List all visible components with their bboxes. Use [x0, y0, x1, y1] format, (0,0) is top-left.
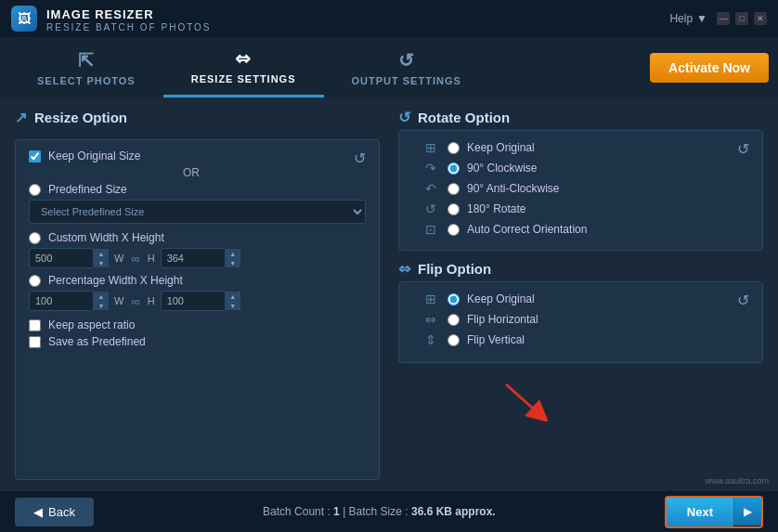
select-photos-icon: ⇱	[78, 49, 95, 71]
custom-w-up[interactable]: ▲	[94, 249, 109, 258]
rotate-180-icon: ↺	[421, 201, 440, 216]
keep-original-checkbox[interactable]	[29, 150, 41, 162]
rotate-keep-label: Keep Original	[467, 141, 535, 154]
custom-wh-radio[interactable]	[29, 232, 41, 244]
resize-settings-icon: ⇔	[235, 47, 252, 70]
back-button[interactable]: ◀ Back	[15, 498, 94, 526]
next-button[interactable]: Next	[667, 498, 733, 526]
percentage-wh-row: Percentage Width X Height	[29, 274, 366, 287]
custom-w-input-group: ▲ ▼	[29, 248, 109, 268]
keep-original-row: Keep Original Size	[29, 149, 354, 162]
pct-h-input-group: ▲ ▼	[161, 291, 240, 311]
title-bar-left: 🖼 IMAGE RESIZER RESIZE BATCH OF PHOTOS	[11, 6, 212, 32]
percentage-wh-label: Percentage Width X Height	[48, 274, 183, 287]
predefined-size-label: Predefined Size	[48, 183, 127, 196]
pct-h-label: H	[148, 295, 155, 306]
flip-keep-row: ⊞ Keep Original	[412, 292, 737, 306]
title-bar: 🖼 IMAGE RESIZER RESIZE BATCH OF PHOTOS H…	[0, 0, 778, 37]
app-subtitle: RESIZE BATCH OF PHOTOS	[46, 22, 212, 32]
rotate-keep-original-row: ⊞ Keep Original	[412, 140, 737, 155]
predefined-size-row: Predefined Size	[29, 183, 366, 196]
save-predefined-checkbox[interactable]	[29, 336, 41, 348]
activate-now-button[interactable]: Activate Now	[650, 53, 769, 83]
custom-w-spin: ▲ ▼	[94, 249, 109, 267]
rotate-keep-icon: ⊞	[421, 140, 440, 155]
batch-count-value: 1	[333, 505, 340, 518]
flip-option-header: ⇔ Flip Option	[398, 260, 763, 278]
close-button[interactable]: ✕	[754, 12, 767, 25]
pct-h-down[interactable]: ▼	[226, 301, 240, 310]
pct-link-icon: ∞	[131, 294, 139, 308]
predefined-size-radio[interactable]	[29, 184, 41, 196]
keep-aspect-checkbox[interactable]	[29, 319, 41, 331]
flip-horizontal-radio[interactable]	[447, 314, 460, 326]
batch-size-label: | Batch Size :	[343, 505, 408, 518]
window-controls: — □ ✕	[717, 12, 767, 25]
rotate-180-label: 180° Rotate	[467, 202, 526, 215]
keep-aspect-row: Keep aspect ratio	[29, 318, 366, 331]
flip-reset-button[interactable]: ↺	[737, 292, 749, 309]
rotate-90cw-radio[interactable]	[447, 162, 460, 175]
batch-info: Batch Count : 1 | Batch Size : 36.6 KB a…	[263, 505, 496, 518]
rotate-auto-radio[interactable]	[447, 224, 460, 236]
pct-h-spin: ▲ ▼	[226, 292, 240, 310]
keep-original-label: Keep Original Size	[48, 149, 140, 162]
select-photos-label: SELECT PHOTOS	[37, 75, 136, 86]
main-content: ↗ Resize Option ↺ Keep Original Size OR …	[0, 97, 778, 491]
resize-option-icon: ↗	[15, 109, 27, 126]
rotate-reset-button[interactable]: ↺	[737, 140, 749, 158]
predefined-size-select[interactable]: Select Predefined Size	[29, 200, 366, 224]
rotate-keep-radio[interactable]	[447, 142, 460, 154]
link-icon: ∞	[131, 252, 139, 266]
save-predefined-row: Save as Predefined	[29, 335, 366, 348]
rotate-90acw-row: ↶ 90° Anti-Clockwise	[412, 181, 749, 196]
app-icon: 🖼	[11, 6, 37, 32]
flip-vertical-label: Flip Vertical	[467, 333, 525, 346]
rotate-90acw-label: 90° Anti-Clockwise	[467, 182, 560, 195]
custom-h-up[interactable]: ▲	[226, 249, 240, 258]
flip-keep-radio[interactable]	[447, 293, 460, 305]
rotate-option-title: Rotate Option	[418, 110, 510, 125]
resize-option-box: ↺ Keep Original Size OR Predefined Size …	[15, 139, 380, 480]
rotate-180-row: ↺ 180° Rotate	[412, 201, 749, 216]
back-icon: ◀	[33, 505, 43, 519]
tab-select-photos[interactable]: ⇱ SELECT PHOTOS	[9, 37, 163, 97]
flip-option-icon: ⇔	[398, 260, 410, 278]
pct-w-input[interactable]	[29, 291, 94, 311]
tab-output-settings[interactable]: ↺ OUTPUT SETTINGS	[324, 37, 489, 97]
rotate-180-radio[interactable]	[447, 203, 460, 215]
next-arrow-button[interactable]: ▶	[733, 498, 761, 526]
custom-w-down[interactable]: ▼	[94, 258, 109, 267]
rotate-option-header: ↺ Rotate Option	[398, 109, 763, 126]
rotate-90acw-radio[interactable]	[447, 183, 460, 195]
left-panel: ↗ Resize Option ↺ Keep Original Size OR …	[15, 109, 380, 480]
pct-w-spin: ▲ ▼	[94, 292, 109, 310]
custom-h-down[interactable]: ▼	[226, 258, 240, 267]
pct-dim-row: ▲ ▼ W ∞ H ▲ ▼	[29, 291, 366, 311]
custom-h-spin: ▲ ▼	[226, 249, 240, 267]
flip-vertical-radio[interactable]	[447, 334, 460, 346]
custom-h-input[interactable]	[161, 248, 226, 268]
tab-resize-settings[interactable]: ⇔ RESIZE SETTINGS	[163, 37, 324, 97]
help-button[interactable]: Help ▼	[669, 12, 707, 25]
percentage-wh-radio[interactable]	[29, 275, 41, 287]
pct-h-up[interactable]: ▲	[226, 292, 240, 301]
flip-vertical-row: ⇕ Flip Vertical	[412, 332, 749, 347]
or-text: OR	[29, 166, 366, 179]
app-title: IMAGE RESIZER	[46, 7, 154, 21]
custom-w-input[interactable]	[29, 248, 94, 268]
resize-reset-button[interactable]: ↺	[354, 149, 366, 167]
title-bar-right: Help ▼ — □ ✕	[669, 12, 767, 25]
flip-horizontal-row: ⇔ Flip Horizontal	[412, 312, 749, 327]
pct-h-input[interactable]	[161, 291, 226, 311]
rotate-90cw-row: ↷ 90° Clockwise	[412, 161, 749, 175]
maximize-button[interactable]: □	[735, 12, 748, 25]
resize-option-title: Resize Option	[34, 110, 127, 125]
keep-aspect-label: Keep aspect ratio	[48, 318, 135, 331]
output-settings-icon: ↺	[398, 49, 415, 71]
pct-w-down[interactable]: ▼	[94, 301, 109, 310]
save-predefined-label: Save as Predefined	[48, 335, 146, 348]
pct-w-up[interactable]: ▲	[94, 292, 109, 301]
minimize-button[interactable]: —	[717, 12, 730, 25]
pct-w-input-group: ▲ ▼	[29, 291, 109, 311]
